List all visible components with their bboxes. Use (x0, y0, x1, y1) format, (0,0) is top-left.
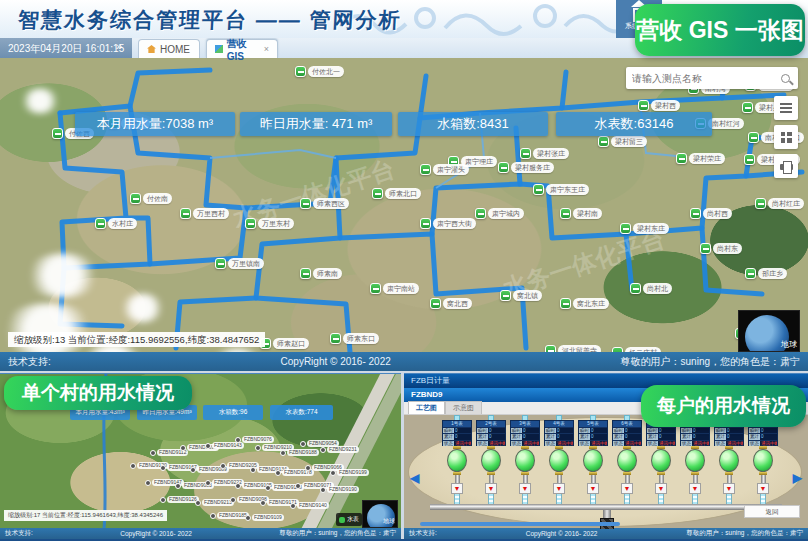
list-tool-button[interactable] (774, 96, 798, 120)
map-marker[interactable]: 万里镇南 (215, 258, 264, 269)
meter-marker-icon (748, 132, 759, 143)
map-marker[interactable]: 梁村张庄 (520, 148, 569, 159)
marker-label: 肃宁南站 (383, 283, 419, 294)
map-marker[interactable]: FZBND9199 (330, 469, 369, 476)
tab-gis-label: 营收GIS (227, 37, 259, 62)
map-marker[interactable]: FZBND9231 (320, 446, 359, 453)
map-marker[interactable]: 尚村红庄 (755, 198, 804, 209)
map-marker[interactable]: FZBND9213 (195, 499, 234, 506)
device-info-panel: 5号表瞬时0累计0状态通讯中断 (578, 420, 608, 446)
meter-device[interactable]: 4号表瞬时0累计0状态通讯中断▼ (544, 415, 574, 529)
grid-tool-button[interactable] (774, 125, 798, 149)
flow-indicator-icon: ▼ (757, 483, 769, 494)
tab-close-icon[interactable]: × (264, 44, 269, 54)
map-marker[interactable]: 师素南 (300, 268, 342, 279)
map-marker[interactable]: FZBND9190 (320, 486, 359, 493)
map-marker[interactable]: FZBND9126 (160, 496, 199, 503)
search-input[interactable] (626, 73, 781, 84)
meter-device[interactable]: 6号表瞬时0累计0状态通讯中断▼ (612, 415, 642, 529)
meter-marker-icon (260, 500, 266, 506)
map-marker[interactable]: 水村庄 (95, 218, 137, 229)
valve-bulb-icon (753, 449, 773, 472)
basemap-switcher[interactable]: 地球 (738, 310, 800, 352)
map-marker[interactable]: 窝北镇 (500, 290, 542, 301)
map-marker[interactable]: 梁村服务庄 (498, 162, 554, 173)
map-marker[interactable]: FZBND9188 (280, 449, 319, 456)
meter-device[interactable]: 2号表瞬时0累计0状态通讯中断▼ (476, 415, 506, 529)
row-label: 瞬时 (749, 428, 760, 433)
map-marker[interactable]: 师素赵口 (260, 338, 309, 349)
map-marker[interactable]: FZBND9143 (205, 442, 244, 449)
map-marker[interactable]: 梁村荣庄 (676, 153, 725, 164)
map-marker[interactable]: 师素东口 (330, 333, 379, 344)
row-label: 瞬时 (715, 428, 726, 433)
main-gis-map[interactable]: 水务一体化平台 水务一体化平台 付佐北一南村东惠庄南村湾南村魏庄梁村西梁村吴中庄… (0, 58, 808, 352)
search-icon[interactable] (781, 74, 790, 83)
map-marker[interactable]: 梁村留三 (598, 136, 647, 147)
map-marker[interactable]: 付佐北一 (295, 66, 344, 77)
device-data-row: 累计0 (647, 433, 675, 439)
marker-label: 师素北口 (385, 188, 421, 199)
row-label: 瞬时 (613, 428, 624, 433)
map-marker[interactable]: 尚村东 (700, 243, 742, 254)
map-marker[interactable]: 窝北东庄 (560, 298, 609, 309)
village-basemap-switcher[interactable]: 地球 (362, 500, 398, 528)
device-data-row: 累计0 (681, 433, 709, 439)
prev-page-arrow[interactable]: ◀ (410, 471, 419, 485)
map-marker[interactable]: 肃宁灌头 (420, 164, 469, 175)
map-marker[interactable]: 肃宁东王庄 (533, 184, 589, 195)
map-marker[interactable]: 梁村西 (638, 100, 680, 111)
tab-schematic[interactable]: 示意图 (445, 401, 482, 414)
map-marker[interactable]: 付佐南 (130, 193, 172, 204)
tab-revenue-gis[interactable]: 营收GIS × (206, 39, 278, 58)
row-value: 0 (760, 428, 777, 433)
map-marker[interactable]: 万里西村 (180, 208, 229, 219)
map-marker[interactable]: 师素北口 (372, 188, 421, 199)
meter-device[interactable]: 1号表瞬时0累计0状态通讯中断▼ (442, 415, 472, 529)
map-marker[interactable]: 尚村北 (630, 283, 672, 294)
map-marker[interactable]: 万里东村 (245, 218, 294, 229)
striped-pipe (726, 494, 732, 504)
print-tool-button[interactable] (774, 154, 798, 178)
map-marker[interactable]: 河北留善寺 (545, 345, 601, 352)
map-marker[interactable]: 邵庄乡 (745, 268, 787, 279)
meter-device[interactable]: 9号表瞬时0累计0状态通讯中断▼ (714, 415, 744, 529)
map-marker[interactable]: 尚村西 (690, 208, 732, 219)
meter-marker-icon (620, 223, 631, 234)
meter-device[interactable]: 7号表瞬时0累计0状态通讯中断▼ (646, 415, 676, 529)
collapse-arrow[interactable]: » (116, 40, 122, 52)
back-button[interactable]: 返回 (744, 505, 800, 518)
village-legend[interactable]: 水表 (336, 513, 362, 526)
tab-process-diagram[interactable]: 工艺图 (408, 401, 445, 414)
map-marker[interactable]: FZBND9076 (235, 436, 274, 443)
gis-tab-icon (215, 45, 223, 53)
meter-device[interactable]: 3号表瞬时0累计0状态通讯中断▼ (510, 415, 540, 529)
meter-marker-icon (265, 485, 271, 491)
device-data-row: 累计0 (511, 433, 539, 439)
map-marker[interactable]: FZBND9109 (245, 514, 284, 521)
row-label: 瞬时 (681, 428, 692, 433)
map-marker[interactable]: 梁村东庄 (620, 223, 669, 234)
meter-marker-icon (638, 100, 649, 111)
map-marker[interactable]: 窝北西 (430, 298, 472, 309)
row-value: 0 (522, 428, 539, 433)
next-page-arrow[interactable]: ▶ (793, 471, 802, 485)
map-marker[interactable]: 肃宁南站 (370, 283, 419, 294)
marker-label: 窝北西 (443, 298, 472, 309)
map-marker[interactable]: 梁村南 (560, 208, 602, 219)
horizontal-scrollbar[interactable] (420, 522, 620, 526)
map-marker[interactable]: FZBND9140 (290, 502, 329, 509)
map-marker[interactable]: 肃宁城内 (475, 208, 524, 219)
meter-device[interactable]: 8号表瞬时0累计0状态通讯中断▼ (680, 415, 710, 529)
map-marker[interactable]: 师素西区 (300, 198, 349, 209)
map-marker[interactable]: 肃宁西大街 (420, 218, 476, 229)
meter-marker-icon (95, 218, 106, 229)
device-data-row: 瞬时0 (477, 427, 505, 433)
meter-device[interactable]: 5号表瞬时0累计0状态通讯中断▼ (578, 415, 608, 529)
marker-label: 肃宁灌头 (433, 164, 469, 175)
tab-home[interactable]: HOME (138, 39, 200, 58)
device-data-row: 累计0 (477, 433, 505, 439)
map-marker[interactable]: FZBND9185 (210, 512, 249, 519)
meter-marker-icon (215, 258, 226, 269)
marker-label: 梁村留三 (611, 136, 647, 147)
